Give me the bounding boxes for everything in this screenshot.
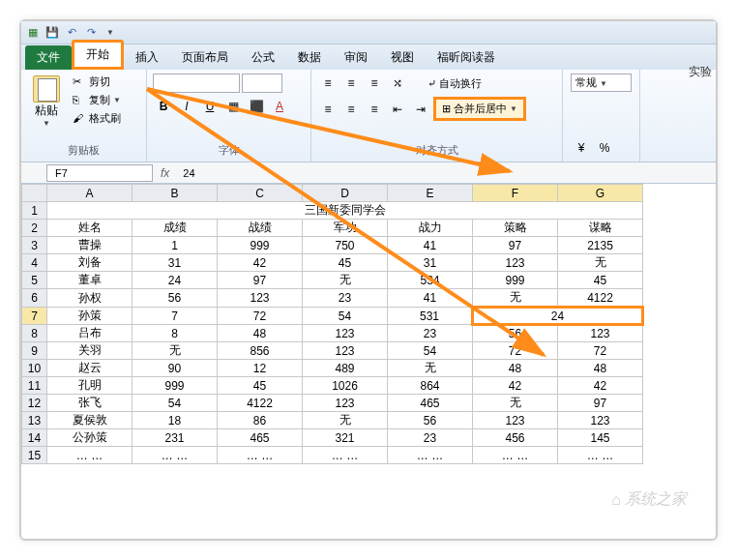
font-size-select[interactable] — [242, 74, 282, 93]
row-head-8[interactable]: 8 — [22, 325, 47, 342]
data-cell[interactable]: 41 — [388, 289, 473, 308]
data-cell[interactable]: 18 — [133, 412, 218, 429]
data-cell[interactable]: 123 — [303, 395, 388, 412]
data-cell[interactable]: … … — [47, 447, 133, 464]
row-head-11[interactable]: 11 — [22, 377, 47, 395]
data-cell[interactable]: 无 — [473, 395, 558, 412]
row-head-3[interactable]: 3 — [22, 237, 47, 254]
wrap-text-button[interactable]: ⤶ 自动换行 — [424, 75, 486, 92]
data-cell[interactable]: 1 — [133, 237, 218, 254]
row-head-13[interactable]: 13 — [22, 412, 47, 429]
data-cell[interactable]: 12 — [218, 360, 303, 377]
align-center-button[interactable]: ≡ — [340, 100, 362, 119]
header-cell[interactable]: 谋略 — [558, 220, 643, 237]
tab-view[interactable]: 视图 — [379, 45, 426, 70]
data-cell[interactable]: 赵云 — [47, 360, 133, 377]
currency-button[interactable]: ¥ — [571, 138, 592, 158]
col-head-D[interactable]: D — [303, 185, 388, 202]
data-cell[interactable]: 54 — [303, 308, 388, 325]
data-cell[interactable]: 41 — [388, 237, 473, 254]
col-head-A[interactable]: A — [47, 185, 133, 202]
fill-color-button[interactable]: ⬛ — [246, 97, 267, 116]
data-cell[interactable]: 45 — [218, 377, 303, 395]
data-cell[interactable]: 145 — [558, 429, 643, 447]
tab-home[interactable]: 开始 — [72, 40, 124, 70]
data-cell[interactable]: 23 — [303, 289, 388, 308]
select-all-corner[interactable] — [22, 185, 47, 202]
tab-data[interactable]: 数据 — [286, 45, 333, 70]
name-box[interactable]: F7 — [46, 164, 153, 182]
indent-dec-button[interactable]: ⇤ — [387, 100, 408, 119]
col-head-B[interactable]: B — [133, 185, 218, 202]
row-head-7[interactable]: 7 — [22, 308, 47, 325]
data-cell[interactable]: 无 — [388, 360, 473, 377]
border-button[interactable]: ▦ — [222, 97, 244, 116]
align-top-button[interactable]: ≡ — [317, 74, 339, 93]
format-painter-button[interactable]: 🖌格式刷 — [70, 110, 124, 127]
bold-button[interactable]: B — [153, 97, 174, 116]
merged-selected-cell[interactable]: 24 — [473, 308, 643, 325]
data-cell[interactable]: 54 — [388, 342, 473, 360]
data-cell[interactable]: 孙策 — [47, 308, 133, 325]
data-cell[interactable]: 无 — [303, 412, 388, 429]
merge-dropdown-icon[interactable]: ▼ — [510, 104, 517, 113]
formula-bar[interactable]: 24 — [177, 165, 716, 181]
data-cell[interactable]: 72 — [218, 308, 303, 325]
data-cell[interactable]: … … — [388, 447, 473, 464]
percent-button[interactable]: % — [594, 138, 615, 158]
data-cell[interactable]: 张飞 — [47, 395, 133, 412]
cut-button[interactable]: ✂剪切 — [70, 74, 124, 90]
data-cell[interactable]: 72 — [558, 342, 643, 360]
data-cell[interactable]: 90 — [133, 360, 218, 377]
tab-layout[interactable]: 页面布局 — [170, 45, 240, 70]
data-cell[interactable]: 54 — [133, 395, 218, 412]
data-cell[interactable]: 48 — [473, 360, 558, 377]
align-middle-button[interactable]: ≡ — [340, 74, 362, 93]
qat-more-icon[interactable]: ▼ — [103, 25, 118, 41]
data-cell[interactable]: 123 — [303, 342, 388, 360]
data-cell[interactable]: 97 — [473, 237, 558, 254]
title-cell[interactable]: 三国新委同学会 — [47, 202, 643, 220]
paste-dropdown-icon[interactable]: ▼ — [43, 119, 50, 128]
data-cell[interactable]: 465 — [218, 429, 303, 447]
data-cell[interactable]: 56 — [388, 412, 473, 429]
data-cell[interactable]: … … — [218, 447, 303, 464]
data-cell[interactable]: 489 — [303, 360, 388, 377]
data-cell[interactable]: 无 — [473, 289, 558, 308]
undo-icon[interactable]: ↶ — [64, 25, 79, 41]
row-head-15[interactable]: 15 — [22, 447, 47, 464]
col-head-E[interactable]: E — [388, 185, 473, 202]
data-cell[interactable]: 2135 — [558, 237, 643, 254]
data-cell[interactable]: 刘备 — [47, 254, 133, 272]
data-cell[interactable]: 董卓 — [47, 272, 133, 289]
tab-review[interactable]: 审阅 — [333, 45, 379, 70]
data-cell[interactable]: 孙权 — [47, 289, 133, 308]
data-cell[interactable]: 56 — [133, 289, 218, 308]
row-head-5[interactable]: 5 — [22, 272, 47, 289]
indent-inc-button[interactable]: ⇥ — [410, 100, 431, 119]
data-cell[interactable]: 456 — [473, 429, 558, 447]
data-cell[interactable]: 无 — [303, 272, 388, 289]
data-cell[interactable]: 534 — [388, 272, 473, 289]
data-cell[interactable]: 856 — [218, 342, 303, 360]
italic-button[interactable]: I — [176, 97, 197, 116]
data-cell[interactable]: 4122 — [558, 289, 643, 308]
data-cell[interactable]: 23 — [388, 429, 473, 447]
col-head-G[interactable]: G — [558, 185, 643, 202]
row-head-12[interactable]: 12 — [22, 395, 47, 412]
align-bottom-button[interactable]: ≡ — [364, 74, 385, 93]
data-cell[interactable]: 864 — [388, 377, 473, 395]
row-head-6[interactable]: 6 — [22, 289, 47, 308]
data-cell[interactable]: 公孙策 — [47, 429, 133, 447]
data-cell[interactable]: 42 — [473, 377, 558, 395]
row-head-14[interactable]: 14 — [22, 429, 47, 447]
data-cell[interactable]: 孔明 — [47, 377, 133, 395]
data-cell[interactable]: 23 — [388, 325, 473, 342]
worksheet[interactable]: ABCDEFG1三国新委同学会2姓名成绩战绩军功战力策略谋略3曹操1999750… — [21, 184, 716, 464]
row-head-9[interactable]: 9 — [22, 342, 47, 360]
redo-icon[interactable]: ↷ — [83, 25, 99, 41]
number-format-select[interactable]: 常规 ▼ — [571, 74, 632, 92]
data-cell[interactable]: 8 — [133, 325, 218, 342]
data-cell[interactable]: 72 — [473, 342, 558, 360]
paste-button[interactable]: 粘贴 ▼ — [27, 74, 66, 141]
